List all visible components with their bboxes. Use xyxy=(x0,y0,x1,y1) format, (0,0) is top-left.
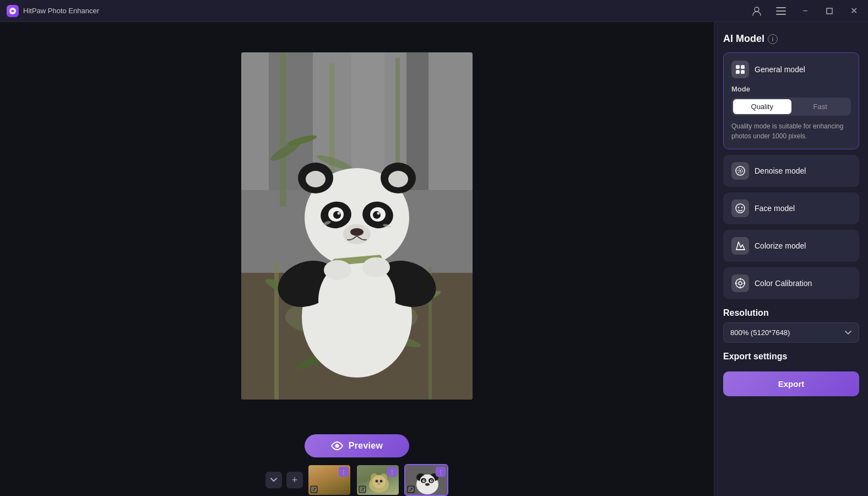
svg-point-59 xyxy=(380,480,383,483)
colorize-model-label: Colorize model xyxy=(755,241,806,250)
svg-point-39 xyxy=(333,211,341,219)
thumbnail-item[interactable]: ⋮ xyxy=(356,464,400,496)
thumbnail-item[interactable]: ⋮ xyxy=(307,464,351,496)
app-logo xyxy=(7,5,19,17)
svg-rect-2 xyxy=(776,7,786,8)
general-model-card[interactable]: General model Mode Quality Fast Quality … xyxy=(723,52,859,149)
svg-point-57 xyxy=(372,475,386,488)
svg-point-47 xyxy=(324,260,351,280)
svg-point-85 xyxy=(738,207,739,208)
svg-rect-3 xyxy=(776,10,786,12)
content-area: Preview + ⋮ xyxy=(0,22,714,496)
svg-rect-11 xyxy=(280,52,286,207)
color-calibration-label: Color Calibration xyxy=(755,279,812,288)
svg-point-86 xyxy=(741,207,742,208)
preview-button[interactable]: Preview xyxy=(305,434,410,457)
svg-point-84 xyxy=(736,204,745,213)
title-bar-left: HitPaw Photo Enhancer xyxy=(7,5,99,17)
colorize-model-icon xyxy=(731,237,749,255)
mode-description: Quality mode is suitable for enhancing p… xyxy=(731,121,851,141)
color-calibration-card[interactable]: Color Calibration xyxy=(723,267,859,299)
face-model-card[interactable]: Face model xyxy=(723,192,859,224)
svg-rect-79 xyxy=(736,70,740,74)
colorize-model-card[interactable]: Colorize model xyxy=(723,230,859,262)
denoise-model-label: Denoise model xyxy=(755,166,806,175)
bottom-toolbar: Preview + ⋮ xyxy=(0,430,714,496)
svg-point-40 xyxy=(373,211,381,219)
denoise-model-card[interactable]: Denoise model xyxy=(723,155,859,187)
svg-rect-80 xyxy=(741,70,745,74)
resolution-select-wrapper[interactable]: 800% (5120*7648) xyxy=(723,322,859,343)
svg-rect-75 xyxy=(409,487,413,492)
svg-point-89 xyxy=(739,282,742,285)
export-section: Export settings Export xyxy=(723,352,859,396)
svg-point-33 xyxy=(306,171,326,187)
resolution-value: 800% (5120*7648) xyxy=(730,328,790,337)
add-image-button[interactable]: + xyxy=(286,472,303,488)
svg-point-34 xyxy=(388,171,408,187)
image-container xyxy=(0,22,714,430)
svg-rect-78 xyxy=(741,65,745,69)
ai-model-title: AI Model i xyxy=(723,33,859,45)
svg-point-1 xyxy=(755,7,759,12)
right-panel: AI Model i General model Mode xyxy=(714,22,868,496)
svg-point-74 xyxy=(425,483,430,486)
svg-point-62 xyxy=(361,488,362,489)
chevron-down-icon xyxy=(844,330,852,336)
thumbnail-item[interactable]: ⋮ xyxy=(404,464,448,496)
svg-point-58 xyxy=(376,480,378,483)
main-image xyxy=(241,52,473,400)
general-model-header: General model xyxy=(731,61,851,78)
svg-point-53 xyxy=(313,488,314,489)
svg-rect-61 xyxy=(360,487,365,492)
export-settings-title: Export settings xyxy=(723,352,859,362)
thumbnail-nav-button[interactable] xyxy=(265,472,282,488)
preview-btn-wrap: Preview xyxy=(305,434,410,457)
export-button[interactable]: Export xyxy=(723,371,859,396)
quality-mode-button[interactable]: Quality xyxy=(733,99,791,114)
svg-rect-77 xyxy=(736,65,740,69)
general-model-icon xyxy=(731,61,749,78)
title-bar-controls: − ✕ xyxy=(749,3,861,19)
face-model-label: Face model xyxy=(755,204,795,213)
minimize-button[interactable]: − xyxy=(798,3,813,19)
app-title: HitPaw Photo Enhancer xyxy=(23,7,99,15)
svg-rect-52 xyxy=(312,487,316,492)
svg-point-51 xyxy=(335,444,339,448)
close-button[interactable]: ✕ xyxy=(846,3,861,19)
general-model-label: General model xyxy=(755,65,805,74)
fast-mode-button[interactable]: Fast xyxy=(791,99,850,114)
mode-section: Mode Quality Fast Quality mode is suitab… xyxy=(731,85,851,141)
mode-toggle: Quality Fast xyxy=(731,98,851,116)
svg-point-72 xyxy=(424,480,425,481)
resolution-title: Resolution xyxy=(723,308,859,318)
thumbnail-more-button[interactable]: ⋮ xyxy=(436,467,446,477)
svg-point-73 xyxy=(431,480,432,481)
svg-point-48 xyxy=(362,257,390,277)
denoise-model-icon xyxy=(731,162,749,180)
thumbnail-more-button[interactable]: ⋮ xyxy=(339,467,349,477)
profile-icon[interactable] xyxy=(749,3,764,19)
thumbnail-type-icon xyxy=(359,486,366,493)
mode-label: Mode xyxy=(731,85,851,93)
thumbnails-row: + ⋮ xyxy=(257,464,457,496)
thumbnail-type-icon xyxy=(310,486,318,493)
main-layout: Preview + ⋮ xyxy=(0,22,868,496)
face-model-icon xyxy=(731,200,749,217)
thumbnail-more-button[interactable]: ⋮ xyxy=(387,467,397,477)
title-bar: HitPaw Photo Enhancer − ✕ xyxy=(0,0,868,22)
maximize-button[interactable] xyxy=(822,3,837,19)
color-calibration-icon xyxy=(731,274,749,292)
menu-icon[interactable] xyxy=(773,3,789,19)
svg-point-76 xyxy=(410,488,411,489)
svg-rect-5 xyxy=(827,8,832,14)
info-icon[interactable]: i xyxy=(768,34,778,44)
svg-point-42 xyxy=(377,212,380,215)
thumbnail-type-icon xyxy=(407,486,415,493)
svg-point-83 xyxy=(740,170,741,172)
svg-point-44 xyxy=(350,228,364,236)
svg-point-60 xyxy=(377,483,381,485)
svg-rect-4 xyxy=(776,14,786,15)
svg-point-41 xyxy=(338,212,340,215)
